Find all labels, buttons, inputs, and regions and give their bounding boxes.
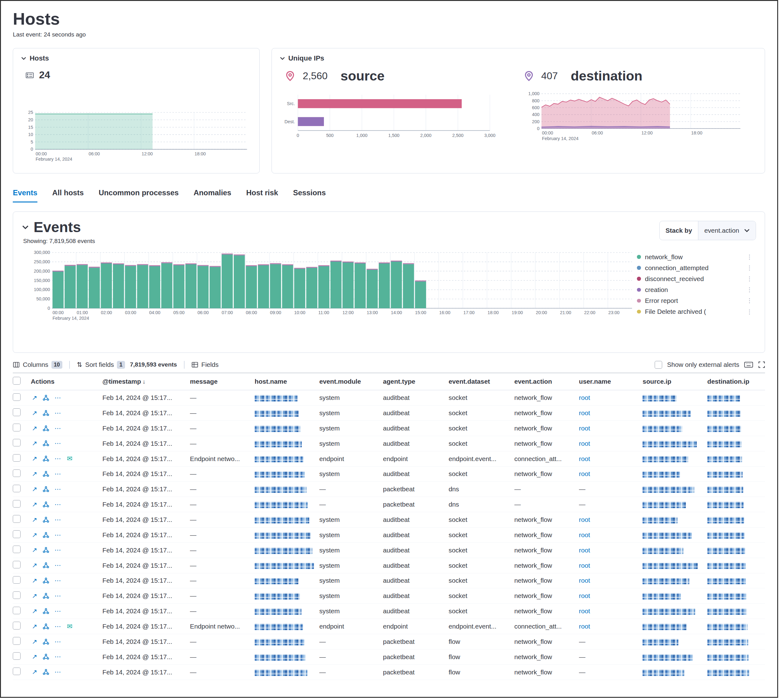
table-row[interactable]: ↗ ⋯ Feb 14, 2024 @ 15:17... — system aud… [13,558,765,573]
legend-item[interactable]: creation ⋮ [637,284,752,295]
expand-event-icon[interactable]: ↗ [32,440,37,447]
row-checkbox-cell[interactable] [13,668,30,677]
expand-event-icon[interactable]: ↗ [32,623,37,630]
expand-event-icon[interactable]: ↗ [32,486,37,493]
more-actions-icon[interactable]: ⋯ [55,532,62,538]
legend-options-icon[interactable]: ⋮ [746,308,752,315]
table-row[interactable]: ↗ ⋯ Feb 14, 2024 @ 15:17... — system aud… [13,512,765,527]
legend-options-icon[interactable]: ⋮ [746,275,752,282]
more-actions-icon[interactable]: ⋯ [55,608,62,615]
stack-by-select[interactable]: event.action [698,221,756,240]
user-name-cell[interactable]: root [579,440,642,447]
table-row[interactable]: ↗ ⋯ Feb 14, 2024 @ 15:17... — system aud… [13,421,765,436]
row-checkbox[interactable] [13,515,20,523]
column-header-user.name[interactable]: user.name [579,378,642,385]
select-all-checkbox[interactable] [13,377,20,384]
analyze-event-icon[interactable] [43,608,49,615]
external-alerts-checkbox[interactable] [655,361,662,368]
row-checkbox[interactable] [13,530,20,538]
expand-event-icon[interactable]: ↗ [32,608,37,615]
tab-anomalies[interactable]: Anomalies [194,185,231,202]
analyze-event-icon[interactable] [43,669,49,675]
table-row[interactable]: ↗ ⋯ Feb 14, 2024 @ 15:17... — system aud… [13,390,765,405]
endpoint-event-icon[interactable]: ✉ [67,623,72,630]
row-checkbox[interactable] [13,393,20,401]
row-checkbox[interactable] [13,652,20,660]
table-row[interactable]: ↗ ⋯ Feb 14, 2024 @ 15:17... — — packetbe… [13,650,765,665]
table-row[interactable]: ↗ ⋯ ✉ Feb 14, 2024 @ 15:17... Endpoint n… [13,452,765,467]
more-actions-icon[interactable]: ⋯ [55,638,62,645]
user-name-cell[interactable]: root [579,394,642,402]
columns-button[interactable]: Columns 10 [13,361,62,369]
row-checkbox[interactable] [13,637,20,645]
row-checkbox-cell[interactable] [13,470,30,478]
row-checkbox-cell[interactable] [13,500,30,509]
row-checkbox[interactable] [13,439,20,447]
more-actions-icon[interactable]: ⋯ [55,547,62,553]
row-checkbox-cell[interactable] [13,637,30,646]
more-actions-icon[interactable]: ⋯ [55,425,62,432]
collapse-chevron-icon[interactable] [280,56,285,61]
user-name-cell[interactable]: root [579,577,642,584]
row-checkbox-cell[interactable] [13,393,30,402]
analyze-event-icon[interactable] [43,517,49,523]
row-checkbox-cell[interactable] [13,485,30,494]
legend-item[interactable]: Error report ⋮ [637,295,752,306]
table-row[interactable]: ↗ ⋯ Feb 14, 2024 @ 15:17... — system aud… [13,573,765,588]
tab-all-hosts[interactable]: All hosts [52,185,84,202]
more-actions-icon[interactable]: ⋯ [55,471,62,477]
analyze-event-icon[interactable] [43,532,49,538]
legend-options-icon[interactable]: ⋮ [746,253,752,260]
column-header-event.action[interactable]: event.action [514,378,579,385]
row-checkbox[interactable] [13,576,20,583]
row-checkbox[interactable] [13,500,20,508]
analyze-event-icon[interactable] [43,653,49,660]
table-row[interactable]: ↗ ⋯ Feb 14, 2024 @ 15:17... — system aud… [13,527,765,543]
expand-event-icon[interactable]: ↗ [32,517,37,523]
table-row[interactable]: ↗ ⋯ Feb 14, 2024 @ 15:17... — system aud… [13,588,765,603]
table-row[interactable]: ↗ ⋯ Feb 14, 2024 @ 15:17... — system aud… [13,405,765,421]
tab-uncommon-processes[interactable]: Uncommon processes [98,185,179,202]
analyze-event-icon[interactable] [43,486,49,493]
row-checkbox[interactable] [13,607,20,614]
expand-event-icon[interactable]: ↗ [32,532,37,538]
user-name-cell[interactable]: root [579,607,642,615]
row-checkbox-cell[interactable] [13,423,30,433]
legend-options-icon[interactable]: ⋮ [746,297,752,304]
legend-item[interactable]: connection_attempted ⋮ [637,262,752,273]
expand-event-icon[interactable]: ↗ [32,455,37,462]
more-actions-icon[interactable]: ⋯ [55,455,62,462]
analyze-event-icon[interactable] [43,440,49,447]
collapse-chevron-icon[interactable] [22,224,29,230]
user-name-cell[interactable]: root [579,562,642,569]
row-checkbox[interactable] [13,408,20,416]
column-header-event.dataset[interactable]: event.dataset [449,378,514,385]
expand-event-icon[interactable]: ↗ [32,547,37,553]
user-name-cell[interactable]: root [579,516,642,523]
analyze-event-icon[interactable] [43,395,49,401]
more-actions-icon[interactable]: ⋯ [55,562,62,569]
column-header-host.name[interactable]: host.name [255,378,319,385]
row-checkbox[interactable] [13,454,20,462]
tab-host-risk[interactable]: Host risk [246,185,278,202]
more-actions-icon[interactable]: ⋯ [55,410,62,417]
analyze-event-icon[interactable] [43,623,49,630]
analyze-event-icon[interactable] [43,471,49,477]
expand-event-icon[interactable]: ↗ [32,501,37,508]
row-checkbox-cell[interactable] [13,622,30,631]
table-row[interactable]: ↗ ⋯ Feb 14, 2024 @ 15:17... — — packetbe… [13,497,765,512]
row-checkbox-cell[interactable] [13,530,30,539]
column-header-message[interactable]: message [190,378,254,385]
row-checkbox-cell[interactable] [13,652,30,661]
analyze-event-icon[interactable] [43,638,49,645]
row-checkbox[interactable] [13,561,20,568]
expand-event-icon[interactable]: ↗ [32,410,37,417]
analyze-event-icon[interactable] [43,547,49,553]
legend-item[interactable]: network_flow ⋮ [637,252,752,262]
row-checkbox[interactable] [13,668,20,675]
row-checkbox-cell[interactable] [13,439,30,448]
more-actions-icon[interactable]: ⋯ [55,577,62,584]
user-name-cell[interactable]: root [579,455,642,463]
row-checkbox-cell[interactable] [13,515,30,524]
user-name-cell[interactable]: root [579,547,642,554]
